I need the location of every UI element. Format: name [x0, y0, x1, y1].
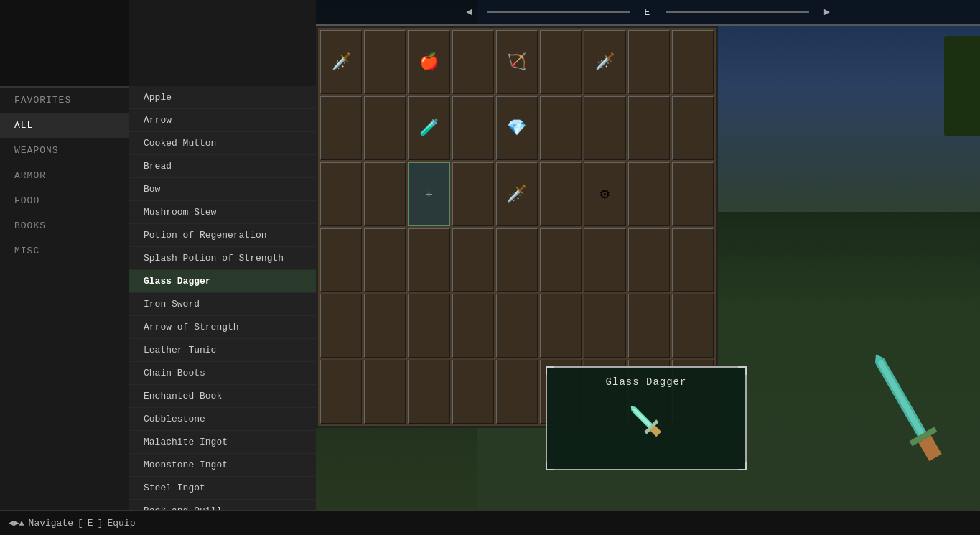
inventory-slot-50[interactable] — [496, 360, 538, 424]
item-list-entry-malachite-ingot[interactable]: Malachite Ingot — [129, 431, 316, 454]
inventory-slot-7[interactable]: 🗡️ — [584, 30, 625, 94]
slot-icon-7: 🗡️ — [584, 31, 625, 93]
item-list-entry-arrow[interactable]: Arrow — [129, 109, 316, 132]
inventory-slot-37[interactable] — [320, 294, 362, 358]
inventory-slot-21[interactable]: ✛ — [408, 162, 449, 226]
inventory-slot-24[interactable] — [540, 162, 582, 226]
inventory-slot-33[interactable] — [540, 228, 582, 292]
item-list-entry-chain-boots[interactable]: Chain Boots — [129, 362, 316, 385]
inventory-slot-25[interactable]: ⚙️ — [584, 162, 625, 226]
inventory-slot-4[interactable] — [452, 30, 494, 94]
inventory-slot-6[interactable] — [540, 30, 582, 94]
top-bar: ◄ E ► — [316, 0, 980, 26]
inventory-slot-9[interactable] — [672, 30, 714, 94]
bottom-navigate-label: Navigate — [29, 518, 73, 529]
slot-icon-3: 🍎 — [409, 31, 449, 93]
inventory-slot-36[interactable] — [672, 228, 714, 292]
top-bar-right-arrow[interactable]: ► — [823, 6, 829, 18]
slot-icon-20 — [365, 163, 405, 225]
inventory-slot-49[interactable] — [452, 360, 494, 424]
slot-icon-42 — [541, 294, 581, 357]
inventory-slot-28[interactable] — [320, 228, 362, 292]
inventory-slot-48[interactable] — [408, 360, 449, 424]
item-list-entry-potion-regen[interactable]: Potion of Regeneration — [129, 224, 316, 247]
inventory-slot-26[interactable] — [628, 162, 670, 226]
nav-item-armor[interactable]: ARMOR — [0, 163, 129, 188]
item-list-entry-cooked-mutton[interactable]: Cooked Mutton — [129, 132, 316, 155]
item-list-entry-leather-tunic[interactable]: Leather Tunic — [129, 339, 316, 362]
inventory-slot-29[interactable] — [364, 228, 406, 292]
inventory-slot-45[interactable] — [672, 294, 714, 358]
inventory-slot-8[interactable] — [628, 30, 670, 94]
item-list-entry-apple[interactable]: Apple — [129, 86, 316, 109]
item-list[interactable]: AppleArrowCooked MuttonBreadBowMushroom … — [129, 86, 316, 510]
inventory-slot-1[interactable]: 🗡️ — [320, 30, 362, 94]
inventory-slot-20[interactable] — [364, 162, 406, 226]
item-list-entry-splash-strength[interactable]: Splash Potion of Strength — [129, 247, 316, 270]
inventory-slot-46[interactable] — [320, 360, 362, 424]
tooltip-divider — [559, 394, 734, 394]
inventory-slot-16[interactable] — [584, 96, 625, 160]
bottom-nav-arrows: ◄►▲ — [9, 518, 24, 529]
slot-icon-5: 🏹 — [497, 31, 537, 93]
nav-item-weapons[interactable]: WEAPONS — [0, 138, 129, 163]
nav-item-food[interactable]: FOOD — [0, 188, 129, 213]
inventory-slot-11[interactable] — [364, 96, 406, 160]
inventory-slot-47[interactable] — [364, 360, 406, 424]
inventory-slot-2[interactable] — [364, 30, 406, 94]
slot-icon-23: 🗡️ — [497, 163, 537, 225]
inventory-slot-22[interactable] — [452, 162, 494, 226]
slot-icon-38 — [365, 294, 405, 357]
nav-item-all[interactable]: ALL — [0, 113, 129, 138]
inventory-slot-30[interactable] — [408, 228, 449, 292]
item-list-entry-steel-ingot[interactable]: Steel Ingot — [129, 477, 316, 500]
inventory-slot-31[interactable] — [452, 228, 494, 292]
inventory-slot-18[interactable] — [672, 96, 714, 160]
inventory-slot-12[interactable]: 🧪 — [408, 96, 449, 160]
inventory-slot-44[interactable] — [628, 294, 670, 358]
inventory-slot-17[interactable] — [628, 96, 670, 160]
item-list-entry-cobblestone[interactable]: Cobblestone — [129, 408, 316, 431]
slot-icon-39 — [409, 294, 449, 357]
inventory-slot-35[interactable] — [628, 228, 670, 292]
item-list-entry-bow[interactable]: Bow — [129, 178, 316, 201]
item-list-top-space — [129, 0, 316, 86]
bottom-bracket1: [ — [78, 518, 83, 529]
nav-item-books[interactable]: BOOKS — [0, 213, 129, 238]
bottom-equip-label: Equip — [107, 518, 135, 529]
item-list-entry-iron-sword[interactable]: Iron Sword — [129, 293, 316, 316]
inventory-slot-43[interactable] — [584, 294, 625, 358]
inventory-slot-3[interactable]: 🍎 — [408, 30, 449, 94]
inventory-slot-14[interactable]: 💎 — [496, 96, 538, 160]
slot-icon-18 — [673, 97, 713, 159]
inventory-slot-19[interactable] — [320, 162, 362, 226]
inventory-slot-27[interactable] — [672, 162, 714, 226]
inventory-slot-23[interactable]: 🗡️ — [496, 162, 538, 226]
inventory-slot-38[interactable] — [364, 294, 406, 358]
item-list-entry-enchanted-book[interactable]: Enchanted Book — [129, 385, 316, 408]
slot-icon-30 — [409, 229, 449, 292]
inventory-slot-5[interactable]: 🏹 — [496, 30, 538, 94]
inventory-slot-40[interactable] — [452, 294, 494, 358]
inventory-slot-32[interactable] — [496, 228, 538, 292]
inventory-slot-13[interactable] — [452, 96, 494, 160]
inventory-slot-34[interactable] — [584, 228, 625, 292]
item-list-entry-book-and-quill[interactable]: Book and Quill — [129, 500, 316, 510]
item-list-entry-mushroom-stew[interactable]: Mushroom Stew — [129, 201, 316, 224]
nav-item-misc[interactable]: MISC — [0, 238, 129, 264]
inventory-slot-15[interactable] — [540, 96, 582, 160]
slot-icon-35 — [629, 229, 669, 292]
nav-item-favorites[interactable]: FAVORITES — [0, 88, 129, 113]
inventory-slot-41[interactable] — [496, 294, 538, 358]
item-list-entry-arrow-strength[interactable]: Arrow of Strength — [129, 316, 316, 339]
top-bar-left-arrow[interactable]: ◄ — [466, 6, 472, 18]
inventory-slot-39[interactable] — [408, 294, 449, 358]
svg-rect-1 — [633, 408, 653, 428]
inventory-slot-10[interactable] — [320, 96, 362, 160]
item-list-entry-bread[interactable]: Bread — [129, 155, 316, 178]
inventory-slot-42[interactable] — [540, 294, 582, 358]
bottom-key-label[interactable]: E — [88, 518, 93, 529]
item-list-entry-moonstone-ingot[interactable]: Moonstone Ingot — [129, 454, 316, 477]
item-list-entry-glass-dagger[interactable]: Glass Dagger — [129, 270, 316, 293]
tooltip-corner-tr — [738, 366, 747, 375]
